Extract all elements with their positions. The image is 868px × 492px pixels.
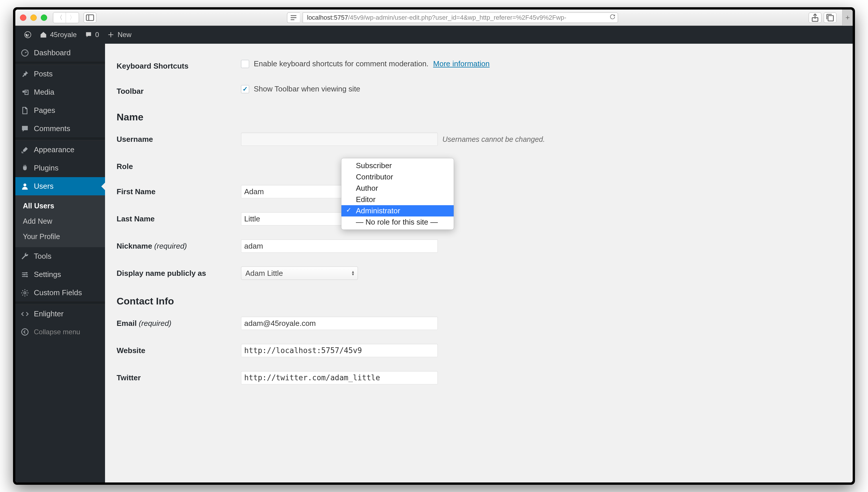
tabs-button[interactable]	[824, 13, 837, 23]
share-icon	[809, 13, 821, 23]
username-input	[241, 132, 438, 146]
role-option-author[interactable]: Author	[341, 182, 454, 194]
toolbar-label: Toolbar	[117, 84, 241, 96]
reload-icon	[610, 14, 615, 20]
reader-button[interactable]	[287, 13, 300, 23]
role-option-contributor[interactable]: Contributor	[341, 171, 454, 182]
new-content-menu[interactable]: New	[103, 26, 135, 44]
nickname-input[interactable]	[241, 239, 438, 253]
sidebar-item-label: Dashboard	[34, 48, 71, 57]
sidebar-item-label: Settings	[34, 270, 61, 279]
sidebar-item-posts[interactable]: Posts	[15, 65, 105, 83]
row-email: Email (required)	[117, 310, 841, 337]
sidebar-item-appearance[interactable]: Appearance	[15, 141, 105, 159]
sidebar-item-users[interactable]: Users	[15, 177, 105, 195]
sidebar-item-dashboard[interactable]: Dashboard	[15, 44, 105, 62]
sliders-icon	[21, 270, 29, 279]
role-option-editor[interactable]: Editor	[341, 194, 454, 205]
media-icon	[21, 88, 29, 97]
row-display-name: Display name publicly as Adam Little ▲▼	[117, 260, 841, 287]
sidebar-icon	[84, 13, 96, 23]
sidebar-item-plugins[interactable]: Plugins	[15, 159, 105, 177]
submenu-all-users[interactable]: All Users	[15, 198, 105, 214]
select-arrows-icon: ▲▼	[351, 271, 355, 276]
role-option-no-role[interactable]: — No role for this site —	[341, 217, 454, 228]
sidebar-item-label: Comments	[34, 124, 70, 133]
pin-icon	[21, 70, 29, 78]
sidebar-toggle-button[interactable]	[84, 13, 96, 23]
toolbar-checkbox[interactable]	[241, 85, 249, 93]
share-button[interactable]	[809, 13, 821, 23]
more-information-link[interactable]: More information	[433, 59, 489, 68]
svg-point-15	[22, 329, 28, 336]
sidebar-item-settings[interactable]: Settings	[15, 265, 105, 284]
collapse-label: Collapse menu	[34, 328, 80, 336]
new-label: New	[118, 31, 131, 39]
collapse-menu-button[interactable]: Collapse menu	[15, 323, 105, 341]
website-input[interactable]	[241, 344, 438, 357]
twitter-input[interactable]	[241, 371, 438, 384]
site-name-menu[interactable]: 45royale	[35, 26, 81, 44]
url-bar[interactable]: localhost:5757/45v9/wp-admin/user-edit.p…	[303, 13, 618, 23]
sidebar-item-custom-fields[interactable]: Custom Fields	[15, 284, 105, 302]
admin-sidebar: Dashboard Posts Media Pages Comments	[15, 44, 105, 483]
maximize-window-button[interactable]	[41, 15, 47, 21]
role-label: Role	[117, 160, 241, 171]
sidebar-item-label: Appearance	[34, 145, 74, 154]
twitter-label: Twitter	[117, 371, 241, 382]
forward-button[interactable]: 〉	[66, 13, 79, 23]
home-icon	[40, 31, 47, 39]
close-window-button[interactable]	[20, 15, 26, 21]
row-first-name: First Name	[117, 178, 841, 205]
email-input[interactable]	[241, 317, 438, 330]
role-dropdown: Subscriber Contributor Author Editor Adm…	[341, 158, 454, 230]
sidebar-item-label: Posts	[34, 70, 53, 78]
comments-menu[interactable]: 0	[81, 26, 103, 44]
sidebar-item-label: Plugins	[34, 164, 58, 172]
name-heading: Name	[117, 112, 841, 123]
url-path: /45v9/wp-admin/user-edit.php?user_id=4&w…	[348, 14, 566, 21]
username-note: Usernames cannot be changed.	[442, 135, 545, 144]
sidebar-item-enlighter[interactable]: Enlighter	[15, 305, 105, 323]
sidebar-item-label: Tools	[34, 252, 51, 261]
traffic-lights	[20, 15, 47, 21]
reader-icon	[287, 13, 300, 23]
toolbar-text: Show Toolbar when viewing site	[254, 84, 360, 94]
row-username: Username Usernames cannot be changed.	[117, 126, 841, 153]
sidebar-item-comments[interactable]: Comments	[15, 120, 105, 138]
menu-separator	[15, 302, 105, 305]
wordpress-logo-icon	[24, 31, 31, 39]
sidebar-item-label: Custom Fields	[34, 288, 82, 297]
sidebar-item-label: Pages	[34, 106, 55, 115]
tabs-icon	[824, 13, 836, 23]
sidebar-item-label: Media	[34, 88, 54, 97]
first-name-label: First Name	[117, 185, 241, 196]
back-button[interactable]: 〈	[53, 13, 66, 23]
menu-separator	[15, 138, 105, 141]
display-name-select[interactable]: Adam Little ▲▼	[241, 267, 358, 280]
comment-icon	[21, 124, 29, 133]
plus-icon: +	[845, 13, 850, 22]
reload-button[interactable]	[610, 14, 615, 21]
sidebar-item-tools[interactable]: Tools	[15, 247, 105, 265]
row-keyboard-shortcuts: Keyboard Shortcuts Enable keyboard short…	[117, 52, 841, 78]
brush-icon	[21, 146, 29, 154]
submenu-add-new[interactable]: Add New	[15, 214, 105, 229]
plug-icon	[21, 164, 29, 172]
svg-point-10	[23, 183, 26, 187]
contact-info-heading: Contact Info	[117, 295, 841, 307]
row-last-name: Last Name	[117, 205, 841, 232]
row-website: Website	[117, 337, 841, 364]
sidebar-item-pages[interactable]: Pages	[15, 101, 105, 120]
submenu-your-profile[interactable]: Your Profile	[15, 229, 105, 244]
row-nickname: Nickname (required)	[117, 232, 841, 260]
chevron-right-icon: 〉	[70, 14, 75, 21]
role-option-administrator[interactable]: Administrator	[341, 205, 454, 217]
sidebar-item-media[interactable]: Media	[15, 83, 105, 101]
wp-logo-menu[interactable]	[20, 26, 35, 44]
comment-bubble-icon	[85, 31, 92, 39]
role-option-subscriber[interactable]: Subscriber	[341, 160, 454, 171]
new-tab-button[interactable]: +	[842, 9, 853, 26]
minimize-window-button[interactable]	[30, 15, 37, 21]
keyboard-shortcuts-checkbox[interactable]	[241, 60, 249, 68]
